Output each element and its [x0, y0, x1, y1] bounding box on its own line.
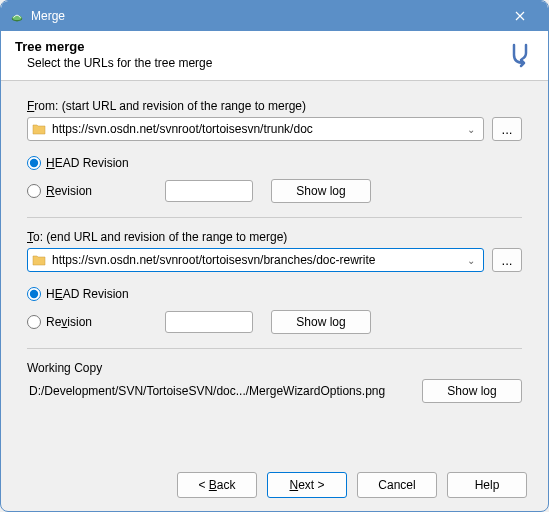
to-showlog-button[interactable]: Show log: [271, 310, 371, 334]
page-title: Tree merge: [15, 39, 506, 54]
close-button[interactable]: [500, 2, 540, 30]
wizard-content: From: (start URL and revision of the ran…: [1, 81, 548, 411]
window-title: Merge: [31, 9, 500, 23]
to-revision-input[interactable]: [165, 311, 253, 333]
to-head-radio-input[interactable]: [27, 287, 41, 301]
from-rev-radio-input[interactable]: [27, 184, 41, 198]
divider: [27, 348, 522, 349]
wizard-header: Tree merge Select the URLs for the tree …: [1, 31, 548, 81]
from-url-combo[interactable]: ⌄: [27, 117, 484, 141]
wizard-button-bar: < Back Next > Cancel Help: [0, 472, 549, 498]
to-rev-radio-input[interactable]: [27, 315, 41, 329]
from-browse-button[interactable]: ...: [492, 117, 522, 141]
from-showlog-button[interactable]: Show log: [271, 179, 371, 203]
cancel-button[interactable]: Cancel: [357, 472, 437, 498]
from-url-input[interactable]: [50, 121, 463, 137]
from-head-radio[interactable]: HEAD Revision: [27, 156, 137, 170]
from-rev-radio[interactable]: Revision: [27, 184, 137, 198]
folder-icon: [32, 253, 46, 267]
titlebar: Merge: [1, 1, 548, 31]
to-head-radio[interactable]: HEAD Revision: [27, 287, 137, 301]
from-revision-input[interactable]: [165, 180, 253, 202]
close-icon: [515, 11, 525, 21]
to-browse-button[interactable]: ...: [492, 248, 522, 272]
divider: [27, 217, 522, 218]
to-label: To: (end URL and revision of the range t…: [27, 230, 522, 244]
back-button[interactable]: < Back: [177, 472, 257, 498]
to-url-combo[interactable]: ⌄: [27, 248, 484, 272]
to-url-input[interactable]: [50, 252, 463, 268]
app-icon: [9, 8, 25, 24]
from-label: From: (start URL and revision of the ran…: [27, 99, 522, 113]
merge-icon: [506, 41, 534, 69]
from-head-radio-input[interactable]: [27, 156, 41, 170]
wc-label: Working Copy: [27, 361, 522, 375]
to-rev-radio[interactable]: Revision: [27, 315, 137, 329]
folder-icon: [32, 122, 46, 136]
page-subtitle: Select the URLs for the tree merge: [27, 56, 506, 70]
next-button[interactable]: Next >: [267, 472, 347, 498]
help-button[interactable]: Help: [447, 472, 527, 498]
chevron-down-icon[interactable]: ⌄: [463, 255, 479, 266]
wc-showlog-button[interactable]: Show log: [422, 379, 522, 403]
wc-path: D:/Development/SVN/TortoiseSVN/doc.../Me…: [27, 380, 414, 402]
chevron-down-icon[interactable]: ⌄: [463, 124, 479, 135]
